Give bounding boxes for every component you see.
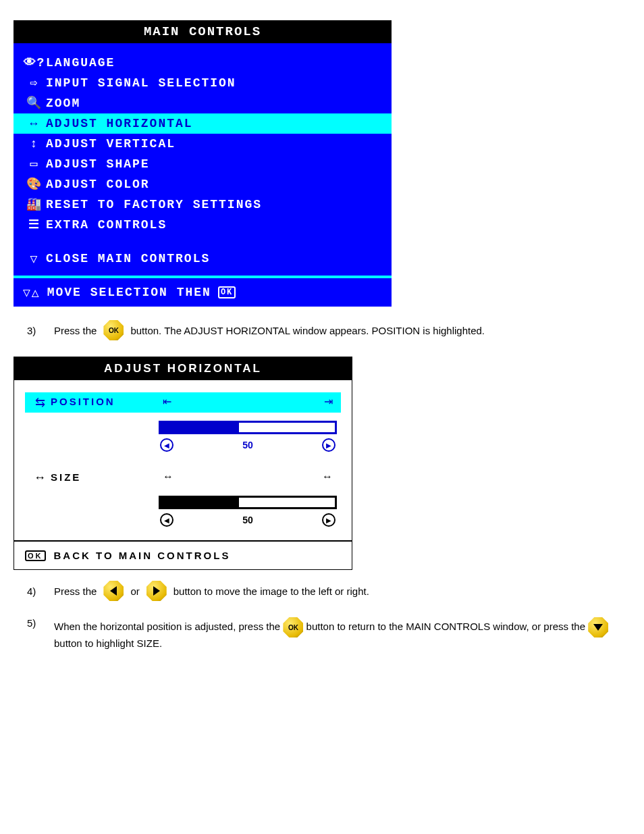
- step-text-before: When the horizontal position is adjusted…: [54, 621, 280, 632]
- menu-item-extra-controls[interactable]: ☰ EXTRA CONTROLS: [14, 215, 392, 235]
- up-down-icon: ▽△: [23, 285, 41, 300]
- adjust-row-label: SIZE: [51, 471, 159, 483]
- step-text-after: button. The ADJUST HORIZONTAL window app…: [130, 325, 485, 336]
- arrow-left-icon[interactable]: ◀: [160, 513, 173, 527]
- input-signal-icon: ⇨: [23, 77, 46, 89]
- menu-item-label: ADJUST VERTICAL: [46, 137, 382, 151]
- horizontal-icon: ↔: [23, 118, 46, 130]
- adjust-row-position[interactable]: ⇆ POSITION ⇤⇥: [25, 392, 341, 413]
- footer-text: MOVE SELECTION THEN: [47, 286, 211, 299]
- main-controls-panel: MAIN CONTROLS 👁? LANGUAGE ⇨ INPUT SIGNAL…: [14, 20, 392, 307]
- menu-item-label: RESET TO FACTORY SETTINGS: [46, 198, 382, 211]
- menu-item-adjust-shape[interactable]: ▭ ADJUST SHAPE: [14, 154, 392, 174]
- back-label: BACK TO MAIN CONTROLS: [54, 550, 231, 561]
- adjust-back-row[interactable]: OK BACK TO MAIN CONTROLS: [14, 540, 352, 569]
- adjust-horizontal-title: ADJUST HORIZONTAL: [14, 357, 352, 380]
- ok-button-icon: OK: [103, 320, 124, 340]
- extra-icon: ☰: [23, 219, 46, 231]
- shape-icon: ▭: [23, 158, 46, 170]
- zoom-icon: 🔍: [23, 97, 46, 109]
- menu-item-input-signal[interactable]: ⇨ INPUT SIGNAL SELECTION: [14, 73, 392, 93]
- step-text-after: button to highlight SIZE.: [54, 637, 162, 649]
- left-button-icon: [103, 581, 124, 601]
- step-text-before: Press the: [54, 585, 97, 597]
- menu-item-adjust-color[interactable]: 🎨 ADJUST COLOR: [14, 174, 392, 194]
- ok-icon: OK: [25, 550, 46, 561]
- main-controls-footer: ▽△ MOVE SELECTION THEN OK: [14, 276, 392, 307]
- step-number: 3): [27, 325, 47, 336]
- step-text-mid: button to return to the MAIN CONTROLS wi…: [306, 621, 586, 632]
- close-main-controls[interactable]: ▽ CLOSE MAIN CONTROLS: [14, 239, 392, 276]
- language-icon: 👁?: [23, 57, 46, 69]
- main-controls-title: MAIN CONTROLS: [14, 20, 392, 43]
- step-5: 5) When the horizontal position is adjus…: [27, 617, 630, 649]
- menu-item-label: LANGUAGE: [46, 56, 382, 70]
- adjust-row-label: POSITION: [51, 395, 159, 407]
- position-value: 50: [242, 440, 253, 450]
- position-slider[interactable]: [159, 421, 337, 434]
- close-icon: ▽: [23, 251, 46, 266]
- arrow-left-icon[interactable]: ◀: [160, 438, 173, 452]
- position-icon: ⇆: [29, 395, 51, 410]
- arrow-right-icon[interactable]: ▶: [322, 438, 336, 452]
- arrow-right-icon[interactable]: ▶: [322, 513, 336, 527]
- right-button-icon: [146, 581, 167, 601]
- close-label: CLOSE MAIN CONTROLS: [46, 252, 210, 265]
- size-icon: ↔: [29, 471, 51, 485]
- menu-item-label: ZOOM: [46, 97, 382, 110]
- menu-item-label: ADJUST SHAPE: [46, 157, 382, 171]
- position-min-max-icons: ⇤⇥: [159, 395, 337, 408]
- menu-item-adjust-horizontal[interactable]: ↔ ADJUST HORIZONTAL: [14, 113, 392, 134]
- step-number: 5): [27, 617, 47, 629]
- adjust-horizontal-panel: ADJUST HORIZONTAL ⇆ POSITION ⇤⇥ ◀ 50 ▶ ↔: [14, 357, 352, 570]
- vertical-icon: ↕: [23, 138, 46, 150]
- size-slider[interactable]: [159, 496, 337, 509]
- step-4: 4) Press the or button to move the image…: [27, 581, 630, 601]
- adjust-row-size[interactable]: ↔ SIZE ↔↔: [25, 468, 341, 488]
- step-number: 4): [27, 585, 47, 597]
- factory-icon: 🏭: [23, 199, 46, 211]
- ok-icon: OK: [218, 286, 236, 298]
- step-text-before: Press the: [54, 325, 97, 336]
- step-text-after: button to move the image to the left or …: [173, 585, 369, 597]
- main-controls-list: 👁? LANGUAGE ⇨ INPUT SIGNAL SELECTION 🔍 Z…: [14, 43, 392, 239]
- menu-item-zoom[interactable]: 🔍 ZOOM: [14, 93, 392, 113]
- menu-item-label: INPUT SIGNAL SELECTION: [46, 76, 382, 90]
- menu-item-adjust-vertical[interactable]: ↕ ADJUST VERTICAL: [14, 134, 392, 154]
- down-button-icon: [588, 617, 608, 637]
- menu-item-label: ADJUST HORIZONTAL: [46, 117, 382, 130]
- menu-item-reset-factory[interactable]: 🏭 RESET TO FACTORY SETTINGS: [14, 194, 392, 215]
- ok-button-icon: OK: [283, 617, 303, 637]
- size-min-max-icons: ↔↔: [159, 471, 337, 483]
- step-text-mid: or: [130, 585, 139, 597]
- step-3: 3) Press the OK button. The ADJUST HORIZ…: [27, 320, 630, 340]
- menu-item-label: EXTRA CONTROLS: [46, 218, 382, 232]
- menu-item-label: ADJUST COLOR: [46, 178, 382, 191]
- color-icon: 🎨: [23, 178, 46, 190]
- size-value: 50: [242, 515, 253, 525]
- menu-item-language[interactable]: 👁? LANGUAGE: [14, 53, 392, 73]
